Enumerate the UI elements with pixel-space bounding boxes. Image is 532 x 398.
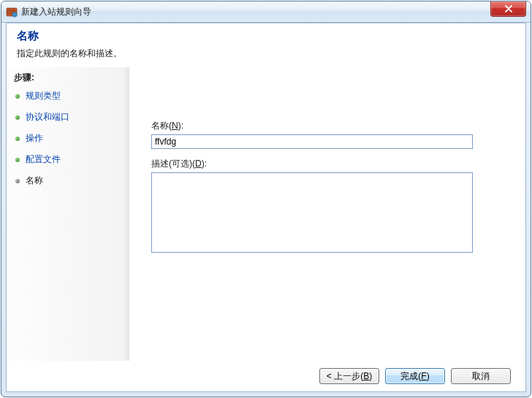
- step-label: 配置文件: [26, 153, 61, 166]
- step-label: 规则类型: [26, 90, 61, 102]
- step-profile[interactable]: 配置文件: [15, 153, 125, 166]
- name-label: 名称(N):: [151, 120, 503, 132]
- finish-button[interactable]: 完成(F): [385, 368, 445, 384]
- firewall-icon: [6, 6, 18, 18]
- step-action[interactable]: 操作: [15, 132, 125, 145]
- back-button[interactable]: < 上一步(B): [319, 368, 379, 384]
- step-label: 协议和端口: [26, 111, 69, 123]
- page-subtitle: 指定此规则的名称和描述。: [17, 47, 515, 60]
- wizard-body: 步骤: 规则类型 协议和端口 操作 配置文件: [7, 67, 525, 361]
- wizard-window: 新建入站规则向导 名称 指定此规则的名称和描述。 步骤: 规则类型 协议和端口: [1, 1, 531, 397]
- steps-heading: 步骤:: [14, 72, 125, 84]
- step-label: 名称: [26, 175, 43, 187]
- page-title: 名称: [17, 29, 515, 43]
- bullet-icon: [15, 115, 20, 120]
- wizard-footer: < 上一步(B) 完成(F) 取消: [7, 361, 525, 391]
- steps-sidebar: 步骤: 规则类型 协议和端口 操作 配置文件: [7, 67, 129, 361]
- bullet-icon: [15, 94, 20, 99]
- close-button[interactable]: [490, 1, 526, 17]
- wizard-header: 名称 指定此规则的名称和描述。: [7, 23, 525, 67]
- close-icon: [504, 5, 513, 12]
- window-title: 新建入站规则向导: [21, 6, 529, 18]
- form-area: 名称(N): 描述(可选)(D):: [129, 67, 525, 361]
- name-input[interactable]: [151, 134, 473, 149]
- name-field-block: 名称(N):: [151, 120, 503, 149]
- bullet-icon: [15, 158, 20, 162]
- description-input[interactable]: [151, 172, 473, 253]
- bullet-icon: [15, 137, 20, 141]
- description-field-block: 描述(可选)(D):: [151, 158, 503, 255]
- titlebar: 新建入站规则向导: [1, 1, 531, 23]
- step-rule-type[interactable]: 规则类型: [15, 90, 125, 102]
- client-area: 名称 指定此规则的名称和描述。 步骤: 规则类型 协议和端口 操作: [6, 23, 526, 392]
- cancel-button[interactable]: 取消: [451, 368, 511, 384]
- step-protocol-ports[interactable]: 协议和端口: [15, 111, 125, 123]
- bullet-icon: [15, 179, 20, 183]
- step-name[interactable]: 名称: [15, 175, 125, 187]
- description-label: 描述(可选)(D):: [151, 158, 503, 170]
- step-label: 操作: [26, 132, 43, 145]
